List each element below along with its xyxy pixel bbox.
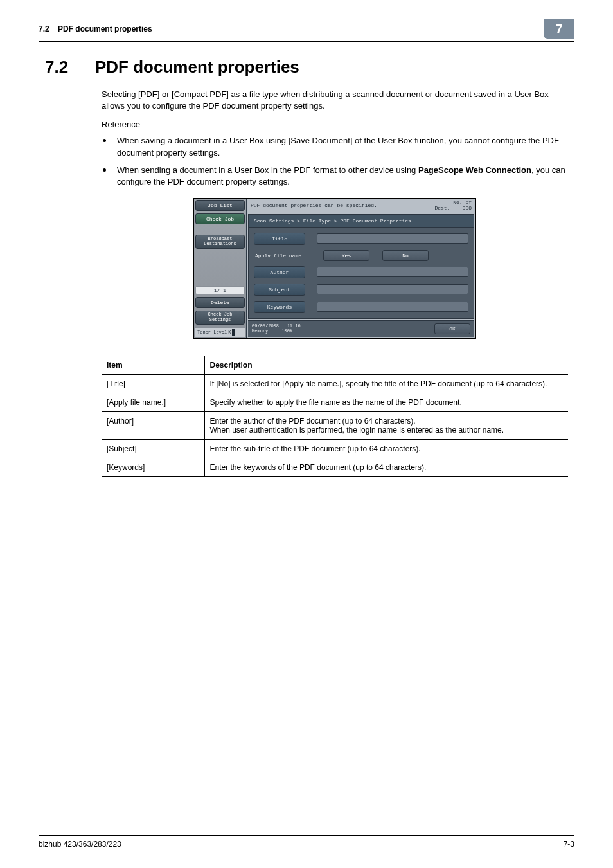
status-memory-value: 100% xyxy=(281,329,292,334)
keywords-field[interactable] xyxy=(317,302,468,312)
running-header: 7.2 PDF document properties 7 xyxy=(39,19,574,39)
section-heading: 7.2 PDF document properties xyxy=(45,57,574,77)
table-cell-desc: Enter the author of the PDF document (up… xyxy=(204,411,568,439)
apply-file-name-yes-button[interactable]: Yes xyxy=(323,250,369,261)
table-head-item: Item xyxy=(102,356,204,374)
reference-item-text: When saving a document in a User Box usi… xyxy=(117,136,559,157)
dest-count: No. of Dest. 000 xyxy=(434,200,472,212)
toner-level: Toner Level K xyxy=(195,327,245,337)
header-section-name: PDF document properties xyxy=(58,24,152,33)
section-title: PDF document properties xyxy=(95,57,299,77)
table-row: [Author] Enter the author of the PDF doc… xyxy=(102,411,568,439)
table-cell-desc: Specify whether to apply the file name a… xyxy=(204,393,568,411)
dest-value: 000 xyxy=(463,205,472,211)
header-rule xyxy=(39,41,574,42)
device-panel-screenshot: Job List Check Job Broadcast Destination… xyxy=(193,198,476,339)
apply-file-name-no-button[interactable]: No xyxy=(382,250,429,261)
table-cell-desc: Enter the sub-title of the PDF document … xyxy=(204,439,568,458)
panel-top-message: PDF document properties can be specified… xyxy=(251,203,377,208)
panel-sidebar: Job List Check Job Broadcast Destination… xyxy=(194,199,247,338)
reference-label: Reference xyxy=(102,120,568,129)
panel-top-bar: PDF document properties can be specified… xyxy=(247,199,475,213)
delete-button[interactable]: Delete xyxy=(195,297,245,308)
table-cell-desc: Enter the keywords of the PDF document (… xyxy=(204,458,568,476)
check-job-settings-button[interactable]: Check Job Settings xyxy=(195,311,245,324)
table-row: [Keywords] Enter the keywords of the PDF… xyxy=(102,458,568,476)
footer-rule xyxy=(39,835,574,836)
reference-item: When sending a document in a User Box in… xyxy=(113,163,568,188)
table-head-desc: Description xyxy=(204,356,568,374)
footer-page: 7-3 xyxy=(564,840,574,849)
panel-breadcrumb: Scan Settings > File Type > PDF Document… xyxy=(249,215,474,228)
panel-status-bar: 09/05/2008 11:16 Memory 100% OK xyxy=(248,320,474,337)
reference-item-text: When sending a document in a User Box in… xyxy=(117,165,565,186)
subject-field[interactable] xyxy=(317,284,468,294)
table-cell-item: [Apply file name.] xyxy=(102,393,204,411)
footer-model: bizhub 423/363/283/223 xyxy=(39,840,121,849)
subject-button[interactable]: Subject xyxy=(254,284,305,296)
table-cell-item: [Author] xyxy=(102,411,204,439)
table-row: [Apply file name.] Specify whether to ap… xyxy=(102,393,568,411)
header-section-num: 7.2 xyxy=(39,24,49,33)
sidebar-page-indicator: 1/ 1 xyxy=(195,286,245,294)
job-list-button[interactable]: Job List xyxy=(195,200,245,211)
reference-item: When saving a document in a User Box usi… xyxy=(113,133,568,158)
page-footer: bizhub 423/363/283/223 7-3 xyxy=(39,835,574,849)
reference-list: When saving a document in a User Box usi… xyxy=(113,133,568,188)
table-row: [Subject] Enter the sub-title of the PDF… xyxy=(102,439,568,458)
author-button[interactable]: Author xyxy=(254,266,305,278)
table-cell-item: [Subject] xyxy=(102,439,204,458)
table-body: [Title] If [No] is selected for [Apply f… xyxy=(102,374,568,476)
chapter-tab: 7 xyxy=(544,19,574,39)
table-row: [Title] If [No] is selected for [Apply f… xyxy=(102,374,568,393)
table-cell-item: [Keywords] xyxy=(102,458,204,476)
toner-k-label: K xyxy=(228,330,231,335)
title-field[interactable] xyxy=(317,233,468,244)
status-time: 11:16 xyxy=(287,323,301,329)
properties-table: Item Description [Title] If [No] is sele… xyxy=(102,356,568,477)
keywords-button[interactable]: Keywords xyxy=(254,301,305,313)
check-job-button[interactable]: Check Job xyxy=(195,213,245,224)
title-button[interactable]: Title xyxy=(254,233,305,245)
toner-bar-icon xyxy=(232,329,235,336)
table-cell-item: [Title] xyxy=(102,374,204,393)
broadcast-destinations-button[interactable]: Broadcast Destinations xyxy=(195,235,245,248)
header-section-ref: 7.2 PDF document properties xyxy=(39,24,152,33)
table-cell-desc: If [No] is selected for [Apply file name… xyxy=(204,374,568,393)
intro-paragraph: Selecting [PDF] or [Compact PDF] as a fi… xyxy=(102,89,568,112)
section-number: 7.2 xyxy=(45,57,95,77)
author-field[interactable] xyxy=(317,267,468,277)
apply-file-name-label: Apply file name. xyxy=(254,250,312,261)
status-memory-label: Memory xyxy=(252,329,268,334)
ok-button[interactable]: OK xyxy=(434,323,470,334)
toner-level-label: Toner Level xyxy=(197,330,227,335)
status-date: 09/05/2008 xyxy=(252,323,279,329)
status-left: 09/05/2008 11:16 Memory 100% xyxy=(252,323,301,334)
